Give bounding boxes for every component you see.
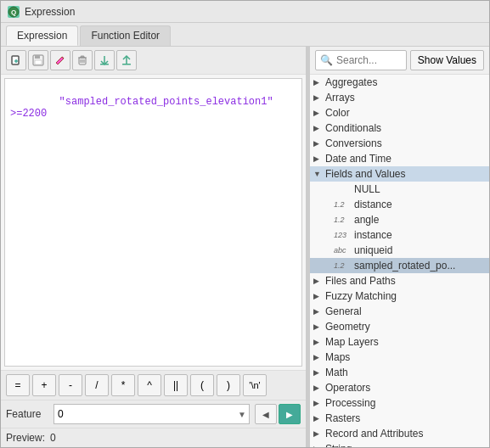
preview-row: Preview: 0	[1, 428, 306, 447]
qgis-icon: Q	[8, 6, 20, 18]
tree-child-distance[interactable]: 1.2distance	[310, 197, 489, 212]
op-plus[interactable]: +	[32, 374, 56, 396]
expression-dialog: Q Expression Expression Function Editor	[0, 0, 490, 448]
tree-item-maps[interactable]: ▶Maps	[310, 350, 489, 365]
svg-rect-13	[81, 56, 84, 58]
tab-bar: Expression Function Editor	[1, 23, 489, 47]
tree-arrow-files-and-paths: ▶	[313, 277, 325, 285]
next-button[interactable]: ▶	[279, 404, 301, 424]
tree-item-rasters[interactable]: ▶Rasters	[310, 411, 489, 426]
tree-item-fuzzy-matching[interactable]: ▶Fuzzy Matching	[310, 288, 489, 304]
window-title: Expression	[25, 6, 75, 18]
tree-arrow-general: ▶	[313, 307, 325, 316]
tree-label-operators: Operators	[325, 382, 486, 394]
tree-item-conversions[interactable]: ▶Conversions	[310, 136, 489, 151]
tree-arrow-date-and-time: ▶	[313, 154, 325, 163]
tree-item-geometry[interactable]: ▶Geometry	[310, 319, 489, 334]
op-multiply[interactable]: *	[111, 374, 135, 396]
tree-arrow-fields-and-values: ▼	[313, 170, 325, 178]
tree-child-instance[interactable]: 123instance	[310, 227, 489, 243]
tree-item-aggregates[interactable]: ▶Aggregates	[310, 75, 489, 90]
tree-label-string: String	[325, 443, 486, 447]
tree-item-fields-and-values[interactable]: ▼Fields and Values	[310, 166, 489, 182]
tree-label-conditionals: Conditionals	[325, 122, 486, 134]
main-content: "sampled_rotated_points_elevation1" >=22…	[1, 47, 489, 447]
feature-select[interactable]: 0	[54, 404, 250, 424]
child-label-sampled-rotated-po: sampled_rotated_po...	[354, 260, 455, 272]
edit-button[interactable]	[50, 50, 70, 70]
tree-item-files-and-paths[interactable]: ▶Files and Paths	[310, 273, 489, 288]
tree-item-operators[interactable]: ▶Operators	[310, 380, 489, 395]
child-label-angle: angle	[354, 214, 379, 226]
export-button[interactable]	[116, 50, 137, 70]
expression-toolbar	[1, 47, 306, 75]
search-row: 🔍 Show Values	[310, 47, 489, 75]
op-concat[interactable]: ||	[164, 374, 188, 396]
tree-item-color[interactable]: ▶Color	[310, 105, 489, 120]
tree-label-fields-and-values: Fields and Values	[325, 168, 486, 180]
tree-label-processing: Processing	[325, 397, 486, 409]
tree-child-uniqueid[interactable]: abcuniqueid	[310, 243, 489, 258]
child-label-uniqueid: uniqueid	[354, 244, 392, 256]
search-input-wrap: 🔍	[315, 50, 407, 70]
left-panel: "sampled_rotated_points_elevation1" >=22…	[1, 47, 307, 447]
tree-item-conditionals[interactable]: ▶Conditionals	[310, 120, 489, 136]
tree-item-date-and-time[interactable]: ▶Date and Time	[310, 151, 489, 166]
tree-arrow-aggregates: ▶	[313, 78, 325, 87]
import-button[interactable]	[94, 50, 115, 70]
right-panel: 🔍 Show Values ▶Aggregates▶Arrays▶Color▶C…	[310, 47, 489, 447]
tree-child-angle[interactable]: 1.2angle	[310, 212, 489, 227]
tree-label-general: General	[325, 305, 486, 317]
tree-child-sampled-rotated-po[interactable]: 1.2sampled_rotated_po...	[310, 258, 489, 273]
op-close-paren[interactable]: )	[217, 374, 240, 396]
op-minus[interactable]: -	[59, 374, 82, 396]
tree-item-math[interactable]: ▶Math	[310, 365, 489, 380]
prev-button[interactable]: ◀	[255, 404, 277, 424]
svg-rect-2	[12, 56, 19, 64]
op-caret[interactable]: ^	[138, 374, 161, 396]
show-values-button[interactable]: Show Values	[410, 50, 484, 70]
tree-label-date-and-time: Date and Time	[325, 153, 486, 165]
op-divide[interactable]: /	[85, 374, 109, 396]
tree-arrow-color: ▶	[313, 109, 325, 117]
operator-row: = + - / * ^ || ( ) '\n'	[1, 370, 306, 400]
tree-item-record-and-attributes[interactable]: ▶Record and Attributes	[310, 426, 489, 441]
expression-editor[interactable]: "sampled_rotated_points_elevation1" >=22…	[4, 78, 302, 367]
search-input[interactable]	[315, 50, 407, 70]
nav-buttons: ◀ ▶	[255, 404, 301, 424]
svg-rect-15	[100, 64, 109, 65]
op-newline[interactable]: '\n'	[243, 374, 267, 396]
new-button[interactable]	[6, 50, 26, 70]
tree-label-color: Color	[325, 107, 486, 119]
tab-function-editor[interactable]: Function Editor	[80, 25, 171, 46]
tree-label-maps: Maps	[325, 351, 486, 363]
tree-label-files-and-paths: Files and Paths	[325, 275, 486, 287]
tree-arrow-processing: ▶	[313, 399, 325, 407]
tree-arrow-operators: ▶	[313, 384, 325, 392]
child-label-instance: instance	[354, 229, 392, 241]
tree-label-aggregates: Aggregates	[325, 76, 486, 88]
tree-arrow-string: ▶	[313, 445, 325, 447]
tree-item-arrays[interactable]: ▶Arrays	[310, 90, 489, 105]
feature-select-wrap: 0 ▼	[54, 404, 250, 424]
op-equals[interactable]: =	[6, 374, 30, 396]
tree-arrow-conversions: ▶	[313, 139, 325, 148]
tree-arrow-arrays: ▶	[313, 93, 325, 102]
tree-item-map-layers[interactable]: ▶Map Layers	[310, 334, 489, 350]
tree-arrow-conditionals: ▶	[313, 124, 325, 132]
tree-label-geometry: Geometry	[325, 321, 486, 333]
tree-label-fuzzy-matching: Fuzzy Matching	[325, 290, 486, 302]
tree-item-string[interactable]: ▶String	[310, 441, 489, 447]
tree-item-general[interactable]: ▶General	[310, 304, 489, 319]
delete-button[interactable]	[72, 50, 93, 70]
save-button[interactable]	[28, 50, 48, 70]
tree-label-map-layers: Map Layers	[325, 336, 486, 348]
tree-child-null[interactable]: NULL	[310, 182, 489, 197]
tab-expression[interactable]: Expression	[6, 25, 78, 46]
child-label-null: NULL	[354, 183, 380, 195]
feature-label: Feature	[6, 408, 48, 420]
type-badge-angle: 1.2	[334, 216, 351, 224]
tree-item-processing[interactable]: ▶Processing	[310, 395, 489, 411]
type-badge-distance: 1.2	[334, 200, 351, 209]
op-open-paren[interactable]: (	[190, 374, 214, 396]
